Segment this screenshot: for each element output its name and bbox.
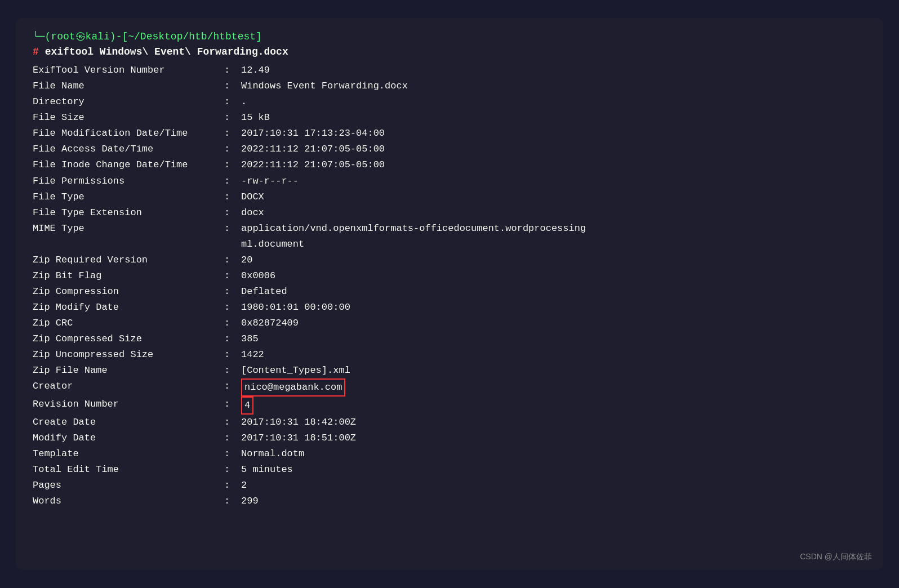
key-cell: File Access Date/Time: [33, 141, 224, 157]
value-cell: Deflated: [241, 284, 866, 300]
sep-cell: :: [224, 189, 241, 205]
table-row: Revision Number:4: [33, 397, 866, 415]
value-cell: 0x0006: [241, 268, 866, 284]
value-cell: 299: [241, 493, 866, 509]
table-row: Zip Compressed Size:385: [33, 331, 866, 347]
table-row: File Inode Change Date/Time:2022:11:12 2…: [33, 157, 866, 173]
table-row: MIME Type:application/vnd.openxmlformats…: [33, 221, 866, 237]
value-cell: Normal.dotm: [241, 446, 866, 462]
table-row: File Modification Date/Time:2017:10:31 1…: [33, 126, 866, 141]
sep-cell: :: [224, 141, 241, 157]
prompt-symbol: #: [33, 46, 39, 57]
table-row: File Type:DOCX: [33, 189, 866, 205]
table-row: Zip Modify Date:1980:01:01 00:00:00: [33, 300, 866, 315]
table-row: Zip Bit Flag:0x0006: [33, 268, 866, 284]
prev-prompt-line: └─(root㉿kali)-[~/Desktop/htb/htbtest]: [33, 29, 866, 43]
sep-cell: :: [224, 78, 241, 94]
table-row: File Size:15 kB: [33, 110, 866, 126]
table-row: Create Date:2017:10:31 18:42:00Z: [33, 415, 866, 430]
table-row: Zip Compression:Deflated: [33, 284, 866, 300]
value-cell: 2017:10:31 17:13:23-04:00: [241, 126, 866, 141]
key-cell: Zip Compressed Size: [33, 331, 224, 347]
table-row: Zip Required Version:20: [33, 252, 866, 268]
key-cell: File Size: [33, 110, 224, 126]
table-row: Zip CRC:0x82872409: [33, 315, 866, 331]
watermark: CSDN @人间体佐菲: [800, 552, 872, 562]
value-cell: nico@megabank.com: [241, 378, 866, 397]
key-cell: File Type Extension: [33, 205, 224, 221]
command-name: exiftool Windows\ Event\ Forwarding.docx: [45, 46, 288, 57]
sep-cell: :: [224, 252, 241, 268]
sep-cell: :: [224, 94, 241, 110]
value-cell: DOCX: [241, 189, 866, 205]
value-cell: 0x82872409: [241, 315, 866, 331]
key-cell: Words: [33, 493, 224, 509]
table-row: Creator:nico@megabank.com: [33, 378, 866, 397]
value-cell: 20: [241, 252, 866, 268]
key-cell: Total Edit Time: [33, 462, 224, 478]
key-cell: Modify Date: [33, 430, 224, 446]
terminal-window: └─(root㉿kali)-[~/Desktop/htb/htbtest] # …: [16, 18, 883, 570]
value-cell: [Content_Types].xml: [241, 363, 866, 378]
sep-cell: :: [224, 430, 241, 446]
table-row: Pages:2: [33, 478, 866, 493]
highlighted-value: 4: [241, 397, 253, 415]
value-cell: 2017:10:31 18:51:00Z: [241, 430, 866, 446]
highlighted-value: nico@megabank.com: [241, 378, 345, 397]
table-row: Template:Normal.dotm: [33, 446, 866, 462]
key-cell: Zip Modify Date: [33, 300, 224, 315]
table-row: Modify Date:2017:10:31 18:51:00Z: [33, 430, 866, 446]
table-row: File Name:Windows Event Forwarding.docx: [33, 78, 866, 94]
table-row: ExifTool Version Number:12.49: [33, 63, 866, 78]
value-cell: 15 kB: [241, 110, 866, 126]
value-cell: 2017:10:31 18:42:00Z: [241, 415, 866, 430]
table-row: Total Edit Time:5 minutes: [33, 462, 866, 478]
sep-cell: :: [224, 331, 241, 347]
sep-cell: :: [224, 462, 241, 478]
key-cell: File Permissions: [33, 173, 224, 189]
value-cell: -rw-r--r--: [241, 173, 866, 189]
key-cell: Create Date: [33, 415, 224, 430]
value-cell: 2022:11:12 21:07:05-05:00: [241, 157, 866, 173]
key-cell: Pages: [33, 478, 224, 493]
sep-cell: :: [224, 493, 241, 509]
key-cell: Zip Compression: [33, 284, 224, 300]
value-cell: 1980:01:01 00:00:00: [241, 300, 866, 315]
value-cell: 2022:11:12 21:07:05-05:00: [241, 141, 866, 157]
table-row: Directory:.: [33, 94, 866, 110]
key-cell: File Name: [33, 78, 224, 94]
sep-cell: :: [224, 397, 241, 415]
sep-cell: :: [224, 205, 241, 221]
key-cell: Zip CRC: [33, 315, 224, 331]
value-cell: application/vnd.openxmlformats-officedoc…: [241, 221, 866, 237]
output-table: ExifTool Version Number:12.49File Name:W…: [33, 63, 866, 509]
command-args: Windows\ Event\ Forwarding.docx: [100, 46, 288, 57]
value-cell: 12.49: [241, 63, 866, 78]
sep-cell: :: [224, 300, 241, 315]
value-cell: .: [241, 94, 866, 110]
value-cell: 5 minutes: [241, 462, 866, 478]
key-cell: Zip Bit Flag: [33, 268, 224, 284]
key-cell: Revision Number: [33, 397, 224, 415]
command-keyword: exiftool: [45, 46, 94, 57]
sep-cell: :: [224, 415, 241, 430]
table-row: Zip File Name:[Content_Types].xml: [33, 363, 866, 378]
command-line: # exiftool Windows\ Event\ Forwarding.do…: [33, 45, 866, 59]
key-cell: MIME Type: [33, 221, 224, 237]
sep-cell: :: [224, 347, 241, 363]
sep-cell: :: [224, 157, 241, 173]
sep-cell: :: [224, 446, 241, 462]
prev-prompt-text: (root㉿kali)-[~/Desktop/htb/htbtest]: [45, 31, 262, 42]
table-row: Words:299: [33, 493, 866, 509]
table-row: File Permissions:-rw-r--r--: [33, 173, 866, 189]
sep-cell: :: [224, 378, 241, 397]
value-cell: 385: [241, 331, 866, 347]
sep-cell: :: [224, 221, 241, 237]
key-cell: Template: [33, 446, 224, 462]
mime-continuation: ml.document: [241, 237, 866, 252]
value-cell: Windows Event Forwarding.docx: [241, 78, 866, 94]
table-row: Zip Uncompressed Size:1422: [33, 347, 866, 363]
sep-cell: :: [224, 63, 241, 78]
key-cell: File Modification Date/Time: [33, 126, 224, 141]
sep-cell: :: [224, 284, 241, 300]
